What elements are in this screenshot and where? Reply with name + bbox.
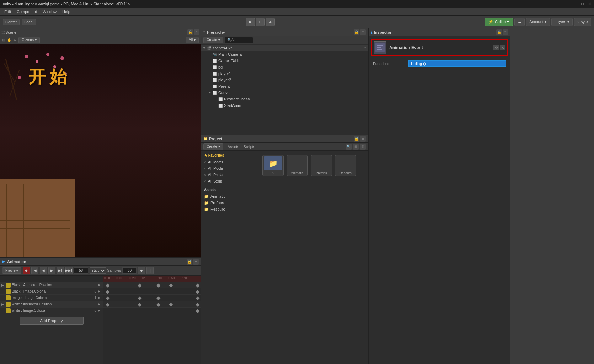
- local-toggle[interactable]: Local: [22, 19, 36, 25]
- sidebar-prefabs[interactable]: 📁 Prefabs: [201, 200, 258, 206]
- track-diamond-1[interactable]: ◆: [96, 290, 101, 293]
- anim-add-key-btn[interactable]: |: [146, 267, 154, 274]
- close-btn[interactable]: ✕: [588, 2, 591, 6]
- clip-select[interactable]: start: [90, 267, 106, 274]
- keyframe-3-4[interactable]: [196, 303, 199, 306]
- track-diamond-4[interactable]: ◆: [96, 309, 101, 312]
- proj-lock-btn[interactable]: 🔒: [354, 136, 359, 142]
- hier-create-btn[interactable]: Create ▾: [203, 37, 223, 43]
- keyframe-0-1[interactable]: [138, 283, 141, 287]
- keyframe-0-0[interactable]: [106, 283, 109, 287]
- hier-item-6[interactable]: ▼ ⬜ Canvas: [201, 89, 368, 96]
- track-diamond-0[interactable]: ◆: [96, 283, 101, 287]
- layout-button[interactable]: 2 by 3: [574, 18, 591, 26]
- hier-item-1[interactable]: ⬜ Game_Table: [201, 58, 368, 64]
- sidebar-all-models[interactable]: ○ All Mode: [201, 165, 258, 172]
- maximize-btn[interactable]: □: [581, 2, 584, 6]
- proj-create-btn[interactable]: Create ▾: [203, 143, 223, 150]
- proj-search-btn[interactable]: 🔍: [346, 144, 352, 150]
- keyframe-3-1[interactable]: [138, 303, 141, 306]
- hierarchy-scene-root[interactable]: ▼ 🎬 scenes-02* ≡: [201, 45, 368, 51]
- expand-6[interactable]: ▼: [208, 91, 213, 94]
- sidebar-all-materials[interactable]: ○ All Mater: [201, 159, 258, 165]
- anim-menu-btn[interactable]: ≡: [193, 259, 199, 265]
- pause-button[interactable]: ⏸: [256, 18, 265, 26]
- keyframe-3-0[interactable]: [106, 303, 109, 306]
- hier-item-7[interactable]: ⬜ RestractChess: [201, 96, 368, 102]
- keyframe-2-3[interactable]: [196, 296, 199, 300]
- samples-input[interactable]: [122, 267, 137, 274]
- menu-window[interactable]: Window: [40, 9, 59, 15]
- hier-item-4[interactable]: ⬜ player2: [201, 77, 368, 83]
- account-button[interactable]: Account ▾: [526, 18, 550, 26]
- layers-button[interactable]: Layers ▾: [551, 18, 573, 26]
- scene-tab-label[interactable]: Scene: [5, 30, 16, 34]
- anim-keyframe-btn[interactable]: ◆: [138, 267, 145, 274]
- proj-folder-resources[interactable]: Resourc: [335, 155, 356, 176]
- proj-folder-ai[interactable]: 📁 AI: [262, 155, 284, 176]
- play-button[interactable]: ▶: [246, 18, 255, 26]
- menu-component[interactable]: Component: [14, 9, 40, 15]
- collab-button[interactable]: ⚡ Collab ▾: [485, 18, 513, 26]
- keyframe-2-0[interactable]: [106, 296, 109, 300]
- hier-item-2[interactable]: ⬜ bg: [201, 64, 368, 70]
- step-button[interactable]: ⏭: [266, 18, 275, 26]
- keyframe-1-0[interactable]: [106, 290, 109, 294]
- insp-lock-btn[interactable]: 🔒: [496, 29, 502, 35]
- sidebar-animatic[interactable]: 📁 Animatic: [201, 193, 258, 200]
- menu-edit[interactable]: Edit: [1, 9, 14, 15]
- hier-item-8[interactable]: ⬜ StartAnim: [201, 102, 368, 109]
- anim-prev-btn[interactable]: ◀: [40, 267, 47, 274]
- hier-item-5[interactable]: ⬜ Parent: [201, 83, 368, 89]
- proj-menu-btn[interactable]: ≡: [360, 136, 366, 142]
- proj-settings-btn[interactable]: ⚙: [360, 144, 366, 150]
- hier-dot-menu[interactable]: ≡: [364, 46, 366, 50]
- anim-play-btn[interactable]: ▶: [48, 267, 55, 274]
- proj-layout-btn[interactable]: ⊞: [353, 144, 359, 150]
- track-expand-3[interactable]: ▶: [1, 303, 6, 306]
- track-diamond-2[interactable]: ◆: [96, 296, 101, 299]
- center-toggle[interactable]: Center: [3, 19, 20, 25]
- anim-next-btn[interactable]: ▶|: [57, 267, 64, 274]
- hier-item-3[interactable]: ⬜ player1: [201, 70, 368, 77]
- record-button[interactable]: ⏺: [23, 267, 30, 274]
- hier-lock-btn[interactable]: 🔒: [354, 29, 359, 35]
- scene-menu-btn[interactable]: ≡: [194, 29, 199, 35]
- add-property-button[interactable]: Add Property: [20, 317, 84, 325]
- preview-button[interactable]: Preview: [2, 267, 21, 274]
- sidebar-all-scripts[interactable]: ○ All Scrip: [201, 178, 258, 184]
- anim-lock-btn[interactable]: 🔒: [187, 259, 192, 265]
- keyframe-1-1[interactable]: [196, 290, 199, 294]
- gizmos-dropdown[interactable]: Gizmos ▾: [18, 37, 40, 43]
- menu-help[interactable]: Help: [59, 9, 73, 15]
- keyframe-0-2[interactable]: [156, 283, 160, 287]
- scene-lock-btn[interactable]: 🔒: [187, 29, 193, 35]
- anim-first-btn[interactable]: |◀: [31, 267, 38, 274]
- animation-timeline[interactable]: 0:00 0:10 0:20 0:30 0:40 0:50 1:00: [103, 276, 201, 364]
- hier-item-0[interactable]: 📷 Main Camera: [201, 51, 368, 58]
- breadcrumb-assets[interactable]: Assets: [228, 145, 239, 149]
- insp-menu-btn[interactable]: ≡: [503, 29, 508, 35]
- anim-last-btn[interactable]: ▶▶|: [65, 267, 73, 274]
- sidebar-resources[interactable]: 📁 Resourc: [201, 206, 258, 212]
- insp-event-close-btn[interactable]: ✕: [500, 45, 505, 50]
- all-dropdown[interactable]: All ▾: [186, 37, 199, 43]
- minimize-btn[interactable]: ─: [574, 2, 577, 6]
- sidebar-all-prefabs[interactable]: ○ All Prefa: [201, 172, 258, 178]
- keyframe-0-4[interactable]: [196, 283, 199, 287]
- keyframe-2-2[interactable]: [156, 296, 160, 300]
- breadcrumb-scripts[interactable]: Scripts: [243, 145, 255, 149]
- scene-view[interactable]: 开 始: [0, 44, 201, 257]
- function-value[interactable]: Hiding (): [408, 60, 506, 67]
- keyframe-2-1[interactable]: [138, 296, 141, 300]
- keyframe-3-2[interactable]: [156, 303, 160, 306]
- proj-folder-prefabs[interactable]: Prefabs: [311, 155, 332, 176]
- hierarchy-search[interactable]: [225, 37, 253, 43]
- anim-time-input[interactable]: [74, 267, 88, 274]
- track-diamond-3[interactable]: ◆: [96, 303, 101, 306]
- proj-folder-animatic[interactable]: Animatic: [287, 155, 308, 176]
- keyframe-4-0[interactable]: [196, 309, 199, 313]
- insp-event-settings-btn[interactable]: ⚙: [493, 45, 499, 50]
- cloud-button[interactable]: ☁: [514, 18, 525, 26]
- track-expand-0[interactable]: ▶: [1, 283, 6, 287]
